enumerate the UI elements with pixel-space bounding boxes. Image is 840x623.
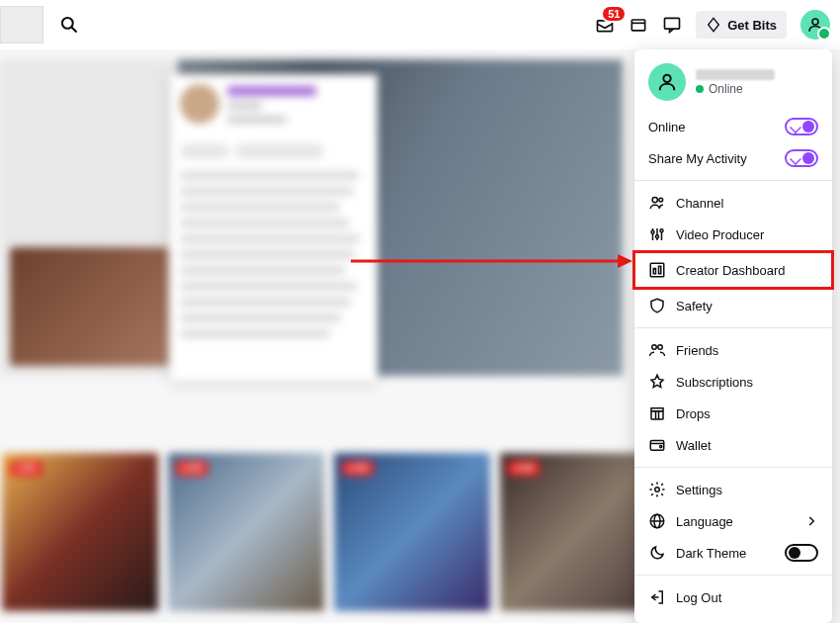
dashboard-icon: [648, 261, 666, 279]
menu-label: Log Out: [676, 590, 818, 605]
separator: [634, 180, 832, 181]
chevron-right-icon: [804, 514, 818, 528]
menu-logout[interactable]: Log Out: [634, 581, 832, 613]
toggle-online[interactable]: Online: [634, 111, 832, 142]
moon-icon: [648, 544, 666, 562]
bits-icon: [706, 17, 721, 33]
dropdown-avatar: [648, 63, 686, 101]
svg-point-5: [812, 19, 818, 25]
get-bits-button[interactable]: Get Bits: [696, 11, 787, 39]
toggle-switch-icon: [785, 149, 818, 167]
sliders-icon: [648, 225, 666, 243]
menu-label: Dark Theme: [676, 546, 775, 561]
svg-rect-21: [651, 408, 663, 411]
separator: [634, 467, 832, 468]
menu-label: Language: [676, 514, 795, 529]
logout-icon: [648, 588, 666, 606]
menu-label: Safety: [676, 299, 818, 313]
menu-label: Creator Dashboard: [676, 263, 818, 278]
user-dropdown-menu: Online Online Share My Activity Channel …: [634, 49, 832, 623]
svg-point-7: [652, 197, 657, 202]
svg-point-26: [655, 488, 660, 492]
menu-label: Drops: [676, 406, 818, 421]
star-icon: [648, 373, 666, 391]
user-icon: [806, 16, 824, 34]
menu-label: Wallet: [676, 438, 818, 453]
wallet-icon: [648, 436, 666, 454]
username-redacted: [696, 69, 775, 80]
gear-icon: [648, 481, 666, 498]
dropdown-user-header: Online: [634, 59, 832, 111]
menu-label: Video Producer: [676, 227, 818, 242]
user-icon: [656, 71, 678, 93]
svg-point-18: [652, 345, 657, 350]
top-nav: 51 Get Bits: [0, 0, 840, 49]
svg-point-6: [663, 75, 670, 82]
toggle-share-activity[interactable]: Share My Activity: [634, 142, 832, 174]
svg-point-14: [660, 229, 663, 232]
svg-point-0: [62, 18, 73, 29]
user-status: Online: [696, 82, 775, 96]
background-content: LIVE LIVE LIVE LIVE: [0, 49, 632, 623]
logo-placeholder[interactable]: [0, 6, 43, 44]
toggle-switch-icon: [785, 118, 818, 135]
menu-label: Channel: [676, 196, 818, 211]
menu-subscriptions[interactable]: Subscriptions: [634, 366, 832, 398]
svg-point-8: [659, 198, 663, 202]
svg-rect-4: [665, 18, 680, 29]
channel-icon: [648, 194, 666, 212]
menu-wallet[interactable]: Wallet: [634, 429, 832, 461]
menu-language[interactable]: Language: [634, 505, 832, 537]
globe-icon: [648, 512, 666, 530]
svg-line-1: [72, 28, 77, 33]
toggle-share-label: Share My Activity: [648, 151, 747, 166]
menu-video-producer[interactable]: Video Producer: [634, 219, 832, 250]
notification-badge: 51: [601, 5, 627, 23]
whispers-button[interactable]: [662, 15, 682, 35]
svg-rect-17: [659, 266, 661, 274]
toggle-online-label: Online: [648, 120, 686, 134]
svg-rect-20: [651, 411, 663, 419]
svg-rect-15: [650, 263, 664, 277]
friends-icon: [648, 341, 666, 359]
svg-rect-3: [631, 20, 644, 31]
svg-point-25: [660, 445, 662, 447]
menu-label: Friends: [676, 343, 818, 358]
menu-channel[interactable]: Channel: [634, 187, 832, 219]
notifications-button[interactable]: 51: [595, 15, 615, 35]
toggle-switch-off-icon: [785, 544, 818, 562]
menu-creator-dashboard[interactable]: Creator Dashboard: [634, 252, 832, 288]
user-avatar-button[interactable]: [800, 10, 830, 40]
crown-icon: [629, 15, 648, 35]
menu-settings[interactable]: Settings: [634, 474, 832, 505]
get-bits-label: Get Bits: [727, 18, 777, 33]
svg-point-19: [658, 345, 663, 350]
search-icon: [59, 15, 79, 35]
menu-dark-theme[interactable]: Dark Theme: [634, 537, 832, 569]
svg-point-12: [651, 230, 654, 233]
prime-button[interactable]: [629, 15, 648, 35]
chat-icon: [662, 15, 682, 35]
menu-drops[interactable]: Drops: [634, 398, 832, 429]
status-label: Online: [709, 82, 743, 96]
separator: [634, 575, 832, 576]
separator: [634, 327, 832, 328]
svg-point-13: [656, 235, 659, 238]
drops-icon: [648, 404, 666, 422]
svg-rect-16: [653, 269, 655, 274]
menu-label: Settings: [676, 483, 818, 497]
shield-icon: [648, 297, 666, 314]
search-button[interactable]: [53, 9, 85, 41]
menu-label: Subscriptions: [676, 375, 818, 390]
online-dot-icon: [696, 85, 704, 93]
menu-safety[interactable]: Safety: [634, 290, 832, 321]
menu-friends[interactable]: Friends: [634, 334, 832, 366]
